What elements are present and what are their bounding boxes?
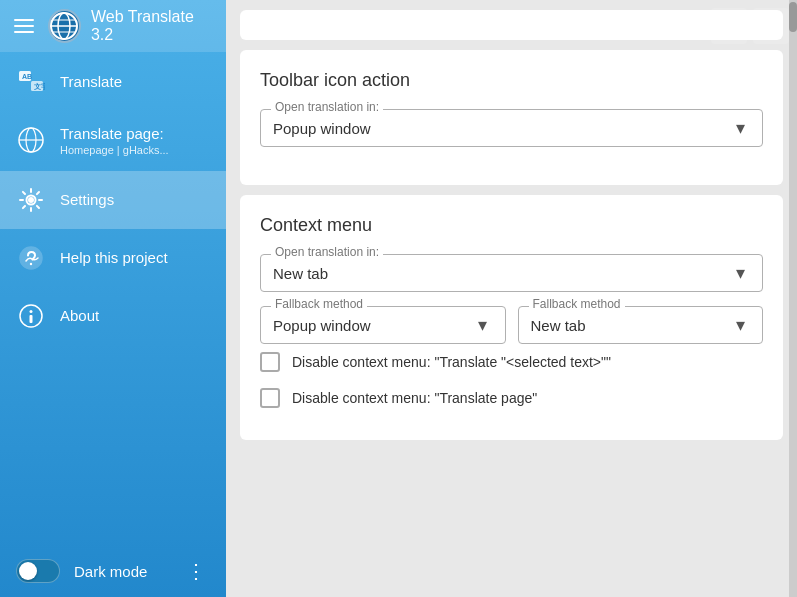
fallback-right-field[interactable]: Fallback method New tab ▾ [518, 306, 764, 344]
dark-mode-toggle[interactable] [16, 559, 60, 583]
help-icon [16, 243, 46, 273]
app-logo [48, 9, 81, 43]
settings-icon [16, 185, 46, 215]
sidebar-item-translate-page-text: Translate page: Homepage | gHacks... [60, 124, 169, 157]
context-open-translation-value: New tab [273, 265, 328, 282]
svg-text:文字: 文字 [34, 82, 45, 90]
checkbox-row-1: Disable context menu: "Translate "<selec… [260, 344, 763, 380]
context-open-translation-value-row: New tab ▾ [273, 263, 750, 283]
svg-point-15 [30, 262, 32, 264]
fallback-right-value: New tab [531, 317, 586, 334]
fallback-right-chevron: ▾ [730, 315, 750, 335]
dark-mode-row: Dark mode ⋮ [0, 545, 226, 597]
globe-icon-button[interactable] [711, 8, 747, 44]
checkbox-1[interactable] [260, 352, 280, 372]
main-content: Toolbar icon action Open translation in:… [226, 0, 797, 597]
fallback-left-label: Fallback method [271, 297, 367, 311]
header-icons [711, 8, 789, 44]
fallback-right-value-row: New tab ▾ [531, 315, 751, 335]
svg-point-17 [30, 310, 33, 313]
sidebar-item-translate-page[interactable]: Translate page: Homepage | gHacks... [0, 110, 226, 171]
svg-text:AB: AB [22, 73, 32, 80]
sidebar-header: Web Translate 3.2 [0, 0, 226, 52]
fallback-left-value: Popup window [273, 317, 371, 334]
more-options-icon[interactable]: ⋮ [182, 555, 210, 587]
svg-point-13 [28, 197, 34, 203]
sidebar-item-translate-label: Translate [60, 73, 122, 90]
edit-icon-button[interactable] [753, 8, 789, 44]
svg-rect-18 [30, 315, 33, 323]
translate-page-icon [16, 125, 46, 155]
toolbar-section: Toolbar icon action Open translation in:… [240, 50, 783, 185]
checkbox-1-label: Disable context menu: "Translate "<selec… [292, 354, 611, 370]
top-partial-card [240, 10, 783, 40]
hamburger-icon[interactable] [10, 15, 38, 37]
app-title: Web Translate 3.2 [91, 8, 216, 44]
checkbox-2[interactable] [260, 388, 280, 408]
sidebar-item-settings-label: Settings [60, 191, 114, 208]
fallback-row: Fallback method Popup window ▾ Fallback … [260, 306, 763, 344]
translate-icon: AB 文字 [16, 66, 46, 96]
checkbox-row-2: Disable context menu: "Translate page" [260, 380, 763, 416]
toolbar-section-title: Toolbar icon action [260, 70, 763, 91]
fallback-left-value-row: Popup window ▾ [273, 315, 493, 335]
sidebar: Web Translate 3.2 AB 文字 Translate [0, 0, 226, 597]
sidebar-item-help-label: Help this project [60, 249, 168, 266]
scrollbar-track[interactable] [789, 0, 797, 597]
sidebar-item-about-label: About [60, 307, 99, 324]
toolbar-dropdown-chevron: ▾ [730, 118, 750, 138]
about-icon [16, 301, 46, 331]
svg-line-24 [773, 22, 776, 25]
context-menu-section: Context menu Open translation in: New ta… [240, 195, 783, 440]
sidebar-item-help[interactable]: Help this project [0, 229, 226, 287]
context-open-translation-label: Open translation in: [271, 245, 383, 259]
fallback-left-field[interactable]: Fallback method Popup window ▾ [260, 306, 506, 344]
sidebar-item-about[interactable]: About [0, 287, 226, 345]
sidebar-nav: AB 文字 Translate Translate page: Homepage… [0, 52, 226, 545]
fallback-right-label: Fallback method [529, 297, 625, 311]
toolbar-open-translation-value: Popup window [273, 120, 371, 137]
context-open-translation-field[interactable]: Open translation in: New tab ▾ [260, 254, 763, 292]
scrollbar-thumb[interactable] [789, 2, 797, 32]
toolbar-open-translation-field[interactable]: Open translation in: Popup window ▾ [260, 109, 763, 147]
toolbar-open-translation-label: Open translation in: [271, 100, 383, 114]
sidebar-item-settings[interactable]: Settings [0, 171, 226, 229]
context-menu-section-title: Context menu [260, 215, 763, 236]
sidebar-item-translate[interactable]: AB 文字 Translate [0, 52, 226, 110]
checkbox-2-label: Disable context menu: "Translate page" [292, 390, 537, 406]
dark-mode-label: Dark mode [74, 563, 168, 580]
fallback-left-chevron: ▾ [473, 315, 493, 335]
toolbar-open-translation-value-row: Popup window ▾ [273, 118, 750, 138]
context-dropdown-chevron: ▾ [730, 263, 750, 283]
